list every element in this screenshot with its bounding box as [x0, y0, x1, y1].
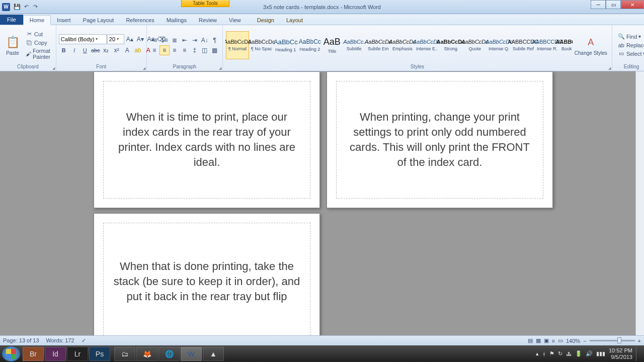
copy-button[interactable]: ⿻Copy — [24, 39, 53, 47]
grow-font-button[interactable]: A▴ — [125, 34, 135, 44]
tray-bluetooth-icon[interactable]: ᚼ — [542, 351, 546, 357]
zoom-slider[interactable] — [590, 340, 635, 341]
taskbar-app-firefox[interactable]: 🦊 — [136, 347, 157, 361]
bullets-button[interactable]: •≡ — [149, 35, 159, 45]
cut-button[interactable]: ✂Cut — [24, 30, 53, 38]
start-button[interactable] — [2, 346, 20, 361]
view-web-icon[interactable]: ▣ — [544, 337, 549, 344]
borders-button[interactable]: ▦ — [210, 45, 220, 55]
paste-button[interactable]: 📋 Paste — [3, 33, 23, 57]
strikethrough-button[interactable]: abc — [91, 45, 101, 55]
taskbar-app-chrome[interactable]: 🌐 — [158, 347, 180, 361]
shading-button[interactable]: ◫ — [200, 45, 210, 55]
close-button[interactable]: ✕ — [621, 0, 644, 9]
increase-indent-button[interactable]: ⇥ — [190, 35, 200, 45]
format-painter-button[interactable]: 🖌Format Painter — [24, 47, 53, 60]
card-text[interactable]: When it is time to print, place our inde… — [113, 110, 301, 170]
card-text[interactable]: When printing, change your print setting… — [346, 110, 534, 170]
dialog-launcher-icon[interactable]: ◢ — [219, 66, 221, 70]
style-intense-e---[interactable]: AaBbCcDcIntense E... — [415, 31, 438, 59]
taskbar-app-vlc[interactable]: ▲ — [203, 347, 224, 361]
taskbar-app-lightroom[interactable]: Lr — [67, 347, 88, 361]
italic-button[interactable]: I — [69, 45, 79, 55]
style-book-title[interactable]: AABBCCDCBook Title — [560, 31, 573, 59]
style-emphasis[interactable]: AaBbCcDcEmphasis — [391, 31, 414, 59]
taskbar-app-word[interactable]: W — [181, 347, 202, 361]
styles-gallery[interactable]: AaBbCcDc¶ NormalAaBbCcDc¶ No Spaci...AaB… — [225, 31, 573, 60]
style-subtle-em---[interactable]: AaBbCcDcSubtle Em... — [367, 31, 390, 59]
dialog-launcher-icon[interactable]: ◢ — [143, 66, 145, 70]
show-desktop-button[interactable] — [636, 347, 640, 361]
tray-network-icon[interactable]: 🖧 — [566, 351, 572, 357]
align-left-button[interactable]: ≡ — [149, 45, 159, 55]
line-spacing-button[interactable]: ‡ — [190, 45, 200, 55]
vertical-scrollbar[interactable] — [635, 71, 644, 335]
zoom-out-button[interactable]: − — [583, 338, 586, 344]
subscript-button[interactable]: x₂ — [101, 45, 111, 55]
style---normal[interactable]: AaBbCcDc¶ Normal — [226, 31, 249, 59]
undo-icon[interactable]: ↶ — [22, 3, 30, 11]
tab-design[interactable]: Design — [251, 16, 280, 25]
tab-file[interactable]: File — [0, 15, 23, 25]
style-heading-2[interactable]: AaBbCcHeading 2 — [298, 31, 321, 59]
index-card-1[interactable]: When it is time to print, place our inde… — [94, 71, 320, 208]
style-subtitle[interactable]: AaBbCc.Subtitle — [343, 31, 366, 59]
style-title[interactable]: AaBTitle — [323, 31, 342, 59]
select-button[interactable]: ▭Select ▾ — [616, 50, 644, 58]
redo-icon[interactable]: ↷ — [31, 3, 39, 11]
change-styles-button[interactable]: A Change Styles — [573, 34, 609, 57]
style---no-spaci---[interactable]: AaBbCcDc¶ No Spaci... — [250, 31, 273, 59]
word-count[interactable]: Words: 172 — [46, 337, 74, 344]
view-outline-icon[interactable]: ≡ — [552, 338, 555, 344]
zoom-in-button[interactable]: + — [638, 338, 641, 344]
style-quote[interactable]: AaBbCcDcQuote — [463, 31, 487, 59]
multilevel-button[interactable]: ≣ — [170, 35, 180, 45]
save-icon[interactable]: 💾 — [13, 3, 21, 11]
tray-flag-icon[interactable]: ⚑ — [549, 350, 554, 357]
sort-button[interactable]: A↓ — [200, 35, 210, 45]
taskbar-app-bridge[interactable]: Br — [23, 347, 44, 361]
align-center-button[interactable]: ≡ — [159, 45, 170, 55]
tab-insert[interactable]: Insert — [51, 16, 77, 25]
document-area[interactable]: When it is time to print, place our inde… — [0, 71, 644, 335]
tray-battery-icon[interactable]: 🔋 — [575, 350, 582, 357]
zoom-level[interactable]: 140% — [566, 338, 580, 344]
font-name-combo[interactable]: Calibri (Body)▾ — [59, 34, 107, 44]
proofing-icon[interactable]: ✓ — [82, 337, 86, 344]
view-fullscreen-icon[interactable]: ▦ — [536, 337, 541, 344]
dialog-launcher-icon[interactable]: ◢ — [52, 66, 55, 70]
minimize-button[interactable]: ─ — [591, 0, 606, 9]
tray-sync-icon[interactable]: ↻ — [558, 350, 562, 357]
style-subtle-ref---[interactable]: AABBCCDCSubtle Ref... — [512, 31, 535, 59]
tab-mailings[interactable]: Mailings — [160, 16, 193, 25]
taskbar-app-explorer[interactable]: 🗂 — [114, 347, 135, 361]
style-intense-r---[interactable]: AABBCCDCIntense R... — [536, 31, 559, 59]
underline-button[interactable]: U — [80, 45, 90, 55]
highlight-button[interactable]: ab — [133, 45, 143, 55]
tab-view[interactable]: View — [223, 16, 247, 25]
shrink-font-button[interactable]: A▾ — [135, 34, 145, 44]
tray-volume-icon[interactable]: 🔊 — [586, 350, 593, 357]
tray-up-icon[interactable]: ▴ — [536, 350, 539, 357]
tab-references[interactable]: References — [120, 16, 160, 25]
dialog-launcher-icon[interactable]: ◢ — [608, 66, 611, 70]
font-size-combo[interactable]: 20▾ — [107, 34, 124, 44]
view-print-layout-icon[interactable]: ▤ — [528, 337, 533, 344]
decrease-indent-button[interactable]: ⇤ — [180, 35, 190, 45]
bold-button[interactable]: B — [59, 45, 69, 55]
replace-button[interactable]: abReplace — [616, 41, 644, 49]
tab-layout[interactable]: Layout — [280, 16, 309, 25]
index-card-3[interactable]: When that is done printing, take the sta… — [94, 213, 320, 335]
style-strong[interactable]: AaBbCcDcStrong — [439, 31, 462, 59]
show-marks-button[interactable]: ¶ — [210, 35, 220, 45]
style-intense-q---[interactable]: AaBbCcDcIntense Q... — [488, 31, 511, 59]
taskbar-app-indesign[interactable]: Id — [45, 347, 66, 361]
card-text[interactable]: When that is done printing, take the sta… — [113, 259, 301, 304]
index-card-2[interactable]: When printing, change your print setting… — [327, 71, 553, 208]
tab-page-layout[interactable]: Page Layout — [77, 16, 120, 25]
view-draft-icon[interactable]: ▭ — [558, 337, 563, 344]
taskbar-app-photoshop[interactable]: Ps — [89, 347, 110, 361]
numbering-button[interactable]: 1≡ — [159, 35, 170, 45]
align-right-button[interactable]: ≡ — [170, 45, 180, 55]
page-indicator[interactable]: Page: 13 of 13 — [3, 337, 39, 344]
